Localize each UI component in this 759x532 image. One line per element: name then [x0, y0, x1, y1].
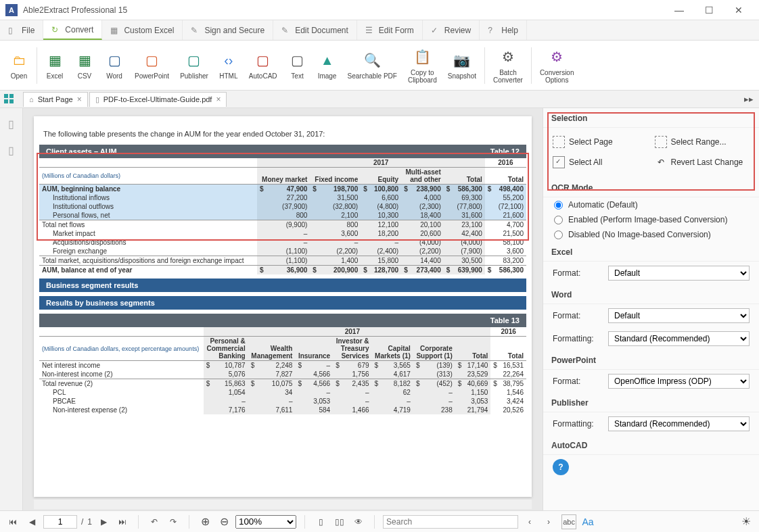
- word-formatting-select[interactable]: Standard (Recommended): [608, 331, 750, 346]
- ribbon-powerpoint[interactable]: ▢PowerPoint: [129, 48, 175, 82]
- ribbon-csv[interactable]: ▦CSV: [70, 48, 99, 82]
- copy-to-clipboard-icon: 📋: [413, 47, 432, 66]
- image-icon: ▲: [318, 51, 337, 70]
- match-case-icon[interactable]: abc: [561, 514, 576, 529]
- attachment-icon[interactable]: ▯: [8, 144, 14, 157]
- home-icon: ⌂: [29, 95, 34, 103]
- excel-icon: ▦: [45, 51, 64, 70]
- prev-page-button[interactable]: ◀: [24, 514, 39, 529]
- ocr-radio-2[interactable]: [554, 231, 563, 239]
- help-icon[interactable]: ?: [553, 459, 569, 475]
- doc-tab[interactable]: ▯PDF-to-Excel-Ultimate-Guide.pdf×: [89, 92, 227, 107]
- ribbon-searchable-pdf[interactable]: 🔍Searchable PDF: [342, 48, 402, 82]
- svg-rect-0: [4, 94, 8, 98]
- next-page-button[interactable]: ▶: [96, 514, 111, 529]
- document-viewport[interactable]: The following table presents the change …: [23, 108, 543, 510]
- ribbon-copy-to-clipboard[interactable]: 📋Copy toClipboard: [402, 45, 442, 87]
- undo-icon: ↶: [655, 156, 667, 168]
- search-prev-button[interactable]: ‹: [522, 514, 537, 529]
- search-next-button[interactable]: ›: [541, 514, 556, 529]
- view-mode-1-icon[interactable]: ▯: [313, 514, 328, 529]
- maximize-button[interactable]: ☐: [694, 0, 724, 20]
- svg-rect-1: [9, 94, 14, 98]
- excel-header: Excel: [543, 242, 759, 262]
- table2-header-bar: Table 13: [39, 314, 526, 327]
- zoom-out-button[interactable]: ⊖: [216, 514, 231, 529]
- ribbon-publisher[interactable]: ▢Publisher: [175, 48, 214, 82]
- edit-form-icon: ☰: [365, 26, 375, 35]
- pp-format-select[interactable]: OpenOffice Impress (ODP): [608, 374, 750, 389]
- results-bar: Results by business segments: [39, 296, 526, 310]
- thumbnail-toggle-icon[interactable]: [3, 93, 16, 105]
- theme-icon[interactable]: ☀: [739, 514, 754, 529]
- open-icon: 🗀: [9, 51, 28, 70]
- batch-converter-icon: ⚙: [499, 47, 518, 66]
- ocr-label-2: Disabled (No Image-based Conversion): [568, 230, 711, 239]
- powerpoint-icon: ▢: [143, 51, 162, 70]
- ribbon-image[interactable]: ▲Image: [313, 48, 342, 82]
- pub-formatting-select[interactable]: Standard (Recommended): [608, 416, 750, 431]
- menu-tab-review[interactable]: ✓Review: [423, 20, 480, 40]
- rotate-left-button[interactable]: ↶: [147, 514, 162, 529]
- zoom-select[interactable]: 100%: [235, 515, 296, 529]
- doc-tab[interactable]: ⌂Start Page×: [23, 92, 88, 107]
- page-sep: /: [81, 517, 83, 527]
- close-tab-icon[interactable]: ×: [77, 95, 82, 104]
- text-size-icon[interactable]: Aa: [580, 514, 595, 529]
- title-bar: A Able2Extract Professional 15 — ☐ ✕: [0, 0, 759, 20]
- excel-format-select[interactable]: Default: [608, 266, 750, 281]
- table-aum: 20172016(Millions of Canadian dollars)Mo…: [39, 158, 526, 274]
- rotate-right-button[interactable]: ↷: [166, 514, 181, 529]
- last-page-button[interactable]: ⏭: [115, 514, 130, 529]
- close-button[interactable]: ✕: [724, 0, 754, 20]
- revert-button[interactable]: ↶Revert Last Change: [655, 156, 750, 168]
- word-header: Word: [543, 285, 759, 304]
- select-page-button[interactable]: Select Page: [553, 136, 648, 148]
- menu-tab-edit-form[interactable]: ☰Edit Form: [357, 20, 423, 40]
- app-title: Able2Extract Professional 15: [23, 5, 664, 15]
- ribbon-batch-converter[interactable]: ⚙BatchConverter: [488, 45, 528, 87]
- menu-tab-sign-and-secure[interactable]: ✎Sign and Secure: [183, 20, 273, 40]
- ocr-radio-0[interactable]: [554, 201, 563, 210]
- searchable-pdf-icon: 🔍: [363, 51, 382, 70]
- select-all-button[interactable]: ✓Select All: [553, 156, 648, 168]
- horizontal-scrollbar[interactable]: [34, 500, 532, 509]
- ribbon-conversion-options[interactable]: ⚙ConversionOptions: [534, 45, 580, 87]
- menu-tab-edit-document[interactable]: ✎Edit Document: [273, 20, 357, 40]
- select-range-button[interactable]: Select Range...: [655, 136, 750, 148]
- ribbon-snapshot[interactable]: 📷Snapshot: [442, 48, 482, 82]
- search-input[interactable]: [383, 515, 518, 529]
- ribbon-autocad[interactable]: ▢AutoCAD: [244, 48, 283, 82]
- view-mode-2-icon[interactable]: ▯▯: [332, 514, 347, 529]
- first-page-button[interactable]: ⏮: [5, 514, 20, 529]
- view-mode-3-icon[interactable]: 👁: [351, 514, 366, 529]
- menu-tab-help[interactable]: ?Help: [480, 20, 527, 40]
- page-thumb-icon[interactable]: ▯: [8, 118, 14, 130]
- ribbon-excel[interactable]: ▦Excel: [40, 48, 70, 82]
- ocr-radio-1[interactable]: [554, 216, 563, 224]
- menu-tab-convert[interactable]: ↻Convert: [43, 20, 102, 40]
- page-input[interactable]: [43, 515, 77, 529]
- intro-text: The following table presents the change …: [37, 130, 529, 138]
- ribbon-text[interactable]: ▢Text: [283, 48, 313, 82]
- menu-tab-custom-excel[interactable]: ▦Custom Excel: [102, 20, 183, 40]
- word-format-select[interactable]: Default: [608, 308, 750, 323]
- text-icon: ▢: [288, 51, 307, 70]
- zoom-in-button[interactable]: ⊕: [198, 514, 212, 529]
- help-icon: ?: [488, 26, 497, 35]
- tab-scroll-icon[interactable]: ▸▸: [744, 94, 754, 104]
- custom-excel-icon: ▦: [110, 26, 120, 35]
- table-segments: 20172016(Millions of Canadian dollars, e…: [39, 327, 526, 414]
- svg-rect-3: [9, 99, 14, 103]
- pub-formatting-label: Formatting:: [553, 419, 601, 429]
- ribbon-word[interactable]: ▢Word: [99, 48, 129, 82]
- minimize-button[interactable]: —: [664, 0, 694, 20]
- ocr-label-1: Enabled (Perform Image-based Conversion): [568, 215, 727, 224]
- ribbon-html[interactable]: ‹›HTML: [214, 48, 244, 82]
- ribbon-open[interactable]: 🗀Open: [4, 48, 34, 82]
- word-icon: ▢: [105, 51, 124, 70]
- left-gutter: ▯ ▯: [0, 108, 23, 510]
- pdf-page: The following table presents the change …: [34, 116, 532, 497]
- close-tab-icon[interactable]: ×: [216, 95, 221, 104]
- menu-tab-file[interactable]: ▯File: [0, 20, 43, 40]
